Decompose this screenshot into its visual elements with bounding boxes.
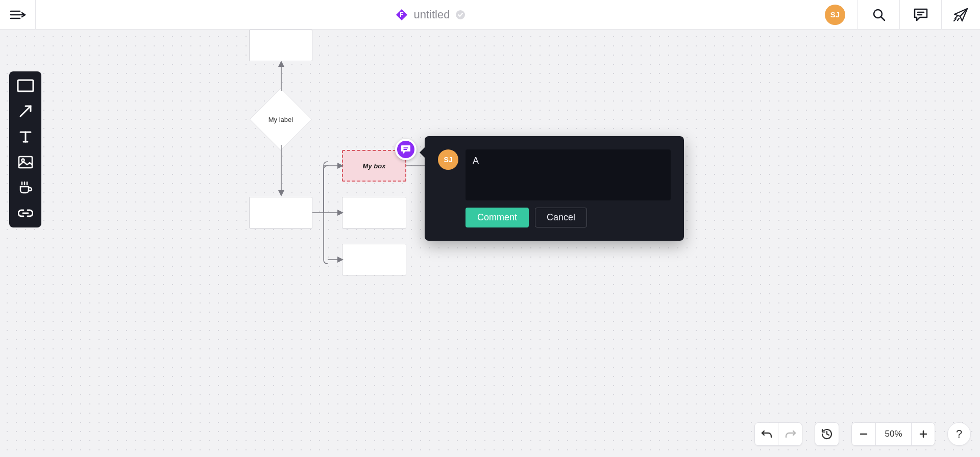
undo-redo-group [754, 422, 802, 446]
redo-icon [785, 429, 796, 439]
flow-node-middle[interactable] [249, 197, 312, 229]
history-icon [821, 428, 833, 440]
plus-icon [919, 429, 928, 439]
menu-arrow-icon [10, 9, 26, 21]
connector-sel-right [406, 163, 427, 169]
zoom-in-button[interactable] [911, 423, 935, 445]
rectangle-icon [17, 79, 34, 92]
link-icon [18, 208, 33, 218]
svg-point-20 [21, 159, 24, 162]
svg-rect-14 [18, 80, 33, 91]
undo-button[interactable] [755, 423, 778, 445]
flow-node-top[interactable] [249, 30, 312, 61]
svg-line-11 [955, 16, 957, 18]
comments-button[interactable] [899, 0, 941, 29]
image-icon [18, 156, 33, 169]
canvas[interactable]: My label My box [0, 30, 980, 457]
canvas-controls: 50% ? [754, 422, 971, 446]
selected-box-label: My box [363, 162, 386, 170]
history-button[interactable] [815, 423, 839, 445]
redo-button[interactable] [778, 423, 802, 445]
share-button[interactable] [941, 0, 980, 29]
help-button[interactable]: ? [947, 422, 971, 446]
flow-node-decision[interactable]: My label [250, 89, 311, 150]
svg-text:F: F [400, 11, 403, 18]
svg-line-7 [881, 17, 885, 20]
user-avatar[interactable]: SJ [825, 5, 845, 25]
document-title[interactable]: untitled [414, 8, 450, 21]
coffee-icon [18, 181, 33, 195]
zoom-level[interactable]: 50% [875, 423, 911, 445]
comment-submit-button[interactable]: Comment [465, 208, 529, 227]
svg-line-13 [954, 19, 956, 21]
flow-node-right-2[interactable] [342, 197, 406, 229]
undo-icon [761, 429, 772, 439]
send-icon [953, 7, 969, 22]
arrow-icon [18, 104, 33, 118]
sync-status-icon [456, 10, 465, 19]
top-bar: F untitled SJ [0, 0, 980, 30]
tool-palette [9, 71, 41, 227]
text-icon [18, 130, 33, 144]
svg-line-15 [20, 106, 31, 116]
search-icon [872, 8, 886, 22]
message-icon [401, 145, 411, 154]
tool-image[interactable] [16, 154, 35, 170]
zoom-out-button[interactable] [852, 423, 875, 445]
app-logo-icon: F [396, 9, 408, 21]
message-icon [913, 8, 928, 22]
tool-link[interactable] [16, 205, 35, 221]
search-button[interactable] [857, 0, 899, 29]
connector-3 [312, 160, 344, 267]
decision-label: My label [268, 116, 293, 123]
tool-rectangle[interactable] [16, 78, 35, 94]
svg-line-12 [958, 18, 959, 20]
connector-1 [278, 61, 284, 92]
history-group [815, 422, 839, 446]
connector-2 [278, 145, 284, 197]
menu-toggle[interactable] [0, 0, 36, 29]
flow-node-right-3[interactable] [342, 244, 406, 275]
comment-popover: SJ Comment Cancel [425, 136, 684, 241]
tool-arrow[interactable] [16, 103, 35, 119]
comment-cancel-button[interactable]: Cancel [535, 208, 587, 227]
zoom-group: 50% [851, 422, 935, 446]
svg-rect-19 [19, 157, 32, 168]
tool-component[interactable] [16, 180, 35, 196]
comment-thread-badge[interactable] [395, 139, 416, 160]
comment-input[interactable] [465, 149, 671, 200]
comment-author-avatar: SJ [438, 149, 458, 170]
tool-text[interactable] [16, 129, 35, 145]
help-icon: ? [956, 427, 962, 441]
minus-icon [859, 429, 868, 439]
